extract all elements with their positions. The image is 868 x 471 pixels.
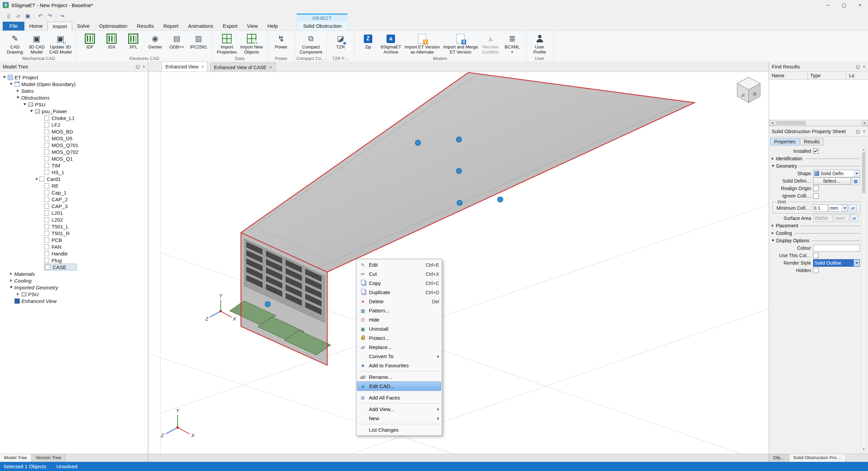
convert-units-icon[interactable]: ⇄	[849, 204, 857, 212]
tree-item-imported-psu[interactable]: PSU	[0, 291, 148, 298]
shape-select[interactable]: Solid Defin	[813, 170, 860, 177]
menu-item-pattern[interactable]: ▦Pattern...	[357, 306, 441, 315]
idx-button[interactable]: IDX	[101, 32, 122, 50]
menu-item-hide[interactable]: ∅Hide	[357, 315, 441, 324]
dock-tab-objects[interactable]: Obj…	[769, 454, 789, 462]
tree-item-sides[interactable]: Sides	[0, 87, 148, 94]
float-panel-icon[interactable]: ◱	[136, 64, 140, 69]
model-tree[interactable]: ET Project Model (Open Boundary) Sides O…	[0, 72, 148, 454]
select-button[interactable]: Select…	[813, 178, 851, 185]
bcxml-button[interactable]: ≣ BCXML ▾	[501, 32, 523, 54]
tree-item-component[interactable]: Choke_L1	[0, 115, 148, 121]
column-location[interactable]: Lo	[846, 72, 865, 79]
menu-item-add-view[interactable]: Add View...	[357, 405, 441, 414]
tree-item-model[interactable]: Model (Open Boundary)	[0, 81, 148, 87]
realign-origin-checkbox[interactable]	[813, 186, 818, 191]
selection-handle[interactable]	[265, 302, 270, 307]
dock-tab-solid-obstruction-properties[interactable]: Solid Obstruction Pro…	[789, 454, 846, 462]
tab-home[interactable]: Home	[24, 22, 47, 30]
visibility-checkbox[interactable]	[44, 204, 49, 209]
menu-item-copy[interactable]: CopyCtrl+C	[357, 279, 441, 288]
forward-icon[interactable]: ↪	[58, 12, 67, 20]
scroll-down-icon[interactable]: ▾	[863, 447, 865, 451]
visibility-checkbox[interactable]	[44, 217, 49, 222]
maximize-button[interactable]: ▢	[836, 0, 852, 10]
visibility-checkbox[interactable]	[44, 190, 49, 195]
ipc2581-button[interactable]: ▥ IPC2581	[188, 32, 209, 50]
dock-tab-version-tree[interactable]: Version Tree	[32, 454, 66, 462]
tree-item-component[interactable]: PCB	[0, 237, 148, 243]
tab-import[interactable]: Import	[47, 22, 72, 31]
tzr-button[interactable]: ◪◀ TZR	[330, 32, 351, 50]
tree-item-component[interactable]: MOS_BD	[0, 128, 148, 135]
min-cell-input[interactable]: 0.1	[812, 204, 828, 212]
selection-handle[interactable]	[497, 197, 503, 202]
render-style-select[interactable]: Solid Outline	[813, 259, 860, 267]
scrollbar-thumb[interactable]	[776, 121, 806, 125]
dock-tab-model-tree[interactable]: Model Tree	[0, 454, 32, 462]
visibility-checkbox[interactable]	[44, 170, 49, 175]
scroll-right-icon[interactable]: ▸	[862, 120, 868, 126]
zip-button[interactable]: Z Zip	[357, 32, 379, 50]
menu-item-uninstall[interactable]: ▣Uninstall	[357, 324, 441, 333]
close-tab-icon[interactable]: ×	[201, 64, 204, 69]
tab-report[interactable]: Report	[159, 22, 183, 30]
tab-solve[interactable]: Solve	[72, 22, 95, 30]
tree-item-card1[interactable]: Card1	[0, 176, 148, 182]
redo-icon[interactable]: ↷	[45, 12, 55, 20]
menu-item-delete[interactable]: ×DeleteDel	[357, 297, 441, 306]
selection-handle[interactable]	[456, 137, 462, 142]
tree-item-component[interactable]: Plug	[0, 257, 148, 264]
menu-item-protect[interactable]: Protect...	[357, 333, 441, 343]
viewport-tab-enhanced-view-of-case[interactable]: Enhanced View of CASE ×	[210, 63, 276, 71]
visibility-checkbox[interactable]	[44, 156, 49, 161]
menu-item-add-to-favourites[interactable]: ★Add to Favourites	[357, 361, 441, 370]
section-geometry[interactable]: Geometry	[769, 162, 868, 170]
tree-item-component[interactable]: CAP_2	[0, 196, 148, 203]
tree-item-component[interactable]: T501_L	[0, 223, 148, 230]
tree-item-obstructions[interactable]: Obstructions	[0, 94, 148, 101]
menu-item-new[interactable]: New	[357, 414, 441, 423]
selection-handle[interactable]	[456, 168, 462, 174]
menu-item-convert-to[interactable]: Convert To	[357, 352, 441, 361]
odb-button[interactable]: ▤ ODB++	[166, 32, 188, 50]
dropdown-arrow-icon[interactable]: ▾	[511, 50, 513, 54]
cad-drawing-button[interactable]: ✎ CAD Drawing	[4, 32, 26, 55]
menu-item-duplicate[interactable]: DuplicateCtrl+D	[357, 288, 441, 297]
menu-item-rename[interactable]: abRename...	[357, 372, 441, 382]
power-button[interactable]: ↯ Power	[270, 32, 292, 50]
orientation-cube[interactable]: F R	[737, 77, 760, 103]
save-icon[interactable]: ▣	[23, 12, 33, 20]
undo-icon[interactable]: ↶	[36, 12, 45, 20]
tab-results[interactable]: Results	[132, 22, 159, 30]
tree-item-project[interactable]: ET Project	[0, 74, 148, 81]
close-panel-icon[interactable]: ×	[863, 129, 865, 134]
tree-item-case-selected[interactable]: CASE	[0, 264, 148, 270]
visibility-checkbox[interactable]	[44, 197, 49, 202]
hidden-checkbox[interactable]	[813, 268, 818, 273]
tab-properties[interactable]: Properties	[770, 138, 800, 145]
idf-button[interactable]: IDF	[79, 32, 101, 50]
menu-item-edit[interactable]: ✎EditCtrl+E	[357, 260, 441, 269]
import-merge-et-version-button[interactable]: V Import and Merge ET Version	[441, 32, 480, 55]
compact-component-button[interactable]: ⧉ Compact Component	[298, 32, 324, 55]
use-this-colour-checkbox[interactable]	[813, 253, 818, 258]
tree-item-cooling[interactable]: Cooling	[0, 277, 148, 284]
close-panel-icon[interactable]: ×	[863, 64, 865, 69]
column-type[interactable]: Type	[808, 72, 846, 79]
update-3d-cad-model-button[interactable]: ▣↻ Update 3D CAD Model	[47, 32, 73, 55]
visibility-checkbox[interactable]	[44, 129, 49, 134]
tree-item-component[interactable]: RE	[0, 182, 148, 189]
float-panel-icon[interactable]: ◱	[856, 129, 860, 134]
tree-item-component[interactable]: FAN	[0, 243, 148, 250]
section-placement[interactable]: Placement	[769, 222, 868, 229]
tab-file[interactable]: File	[3, 22, 24, 30]
tab-animations[interactable]: Animations	[183, 22, 218, 30]
visibility-checkbox[interactable]	[44, 116, 49, 121]
section-display-options[interactable]: Display Options	[769, 237, 868, 244]
tree-item-component[interactable]: CAP_3	[0, 203, 148, 209]
3d-canvas[interactable]: Y X Z Y X Z	[148, 72, 769, 454]
tree-item-component[interactable]: MOS_Q701	[0, 142, 148, 148]
tree-item-materials[interactable]: Materials	[0, 270, 148, 277]
scene-svg[interactable]: Y X Z Y X Z	[149, 72, 769, 454]
